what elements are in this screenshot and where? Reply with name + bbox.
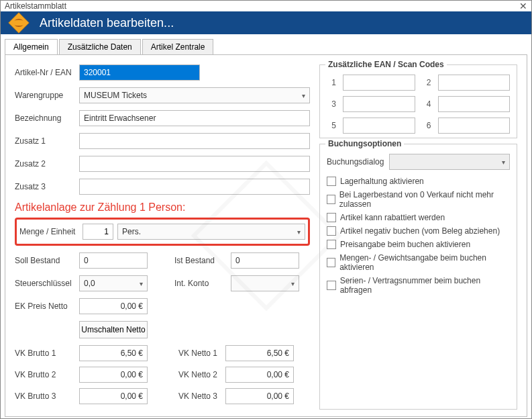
vk-netto1-input[interactable] [225, 345, 294, 361]
banner-title: Artikeldaten bearbeiten... [40, 16, 174, 30]
chk-lagerhaltung[interactable]: Lagerhaltung aktivieren [327, 177, 510, 186]
vk-netto3-label: VK Netto 3 [178, 391, 225, 401]
chevron-down-icon: ▾ [297, 228, 301, 236]
ean-group-title: Zusätzliche EAN / Scan Codes [325, 60, 447, 69]
vk-brutto3-input[interactable] [79, 388, 148, 404]
buchung-title: Buchungsoptionen [325, 139, 404, 148]
close-icon[interactable]: ✕ [519, 1, 527, 11]
checkbox-icon [327, 177, 336, 186]
chk-mengen[interactable]: Mengen- / Gewichtsangabe beim buchen akt… [327, 253, 510, 272]
ean-group: Zusätzliche EAN / Scan Codes 1 2 3 4 5 6 [319, 64, 517, 138]
checkbox-icon [327, 281, 336, 290]
buchungsdialog-label: Buchungsdialog [327, 157, 384, 167]
einheit-combo[interactable]: Pers. ▾ [117, 224, 305, 240]
tab-zusaetzliche[interactable]: Zusätzliche Daten [59, 39, 141, 55]
checkbox-icon [327, 240, 336, 249]
tab-allgemein[interactable]: Allgemein [5, 39, 58, 55]
zusatz2-input[interactable] [79, 156, 310, 172]
tab-strip: Allgemein Zusätzliche Daten Artikel Zent… [1, 34, 531, 54]
vk-netto2-input[interactable] [225, 367, 294, 383]
titlebar: Artikelstammblatt ✕ [1, 1, 531, 11]
ist-input[interactable] [231, 252, 299, 269]
ek-input[interactable] [79, 298, 148, 314]
steuer-combo[interactable]: 0,0 ▾ [79, 275, 148, 291]
vk-netto1-label: VK Netto 1 [178, 348, 225, 358]
bezeichnung-input[interactable] [79, 110, 310, 126]
checkbox-icon [327, 195, 335, 204]
vk-brutto1-label: VK Brutto 1 [15, 348, 79, 358]
bezeichnung-label: Bezeichnung [15, 113, 79, 123]
konto-combo[interactable]: ▾ [231, 275, 299, 291]
warengruppe-combo[interactable]: MUSEUM Tickets ▾ [79, 87, 310, 103]
vk-netto3-input[interactable] [225, 388, 294, 404]
ean-3-input[interactable] [343, 96, 415, 112]
artikel-nr-label: Artikel-Nr / EAN [15, 68, 79, 77]
window-title: Artikelstammblatt [5, 1, 519, 11]
chk-preisangabe[interactable]: Preisangabe beim buchen aktivieren [327, 240, 510, 249]
vk-brutto3-label: VK Brutto 3 [15, 391, 79, 401]
banner: Artikeldaten bearbeiten... [1, 11, 531, 34]
vk-brutto1-input[interactable] [79, 345, 148, 361]
chevron-down-icon: ▾ [140, 280, 143, 287]
chk-rabattiert[interactable]: Artikel kann rabattiert werden [327, 213, 510, 222]
chevron-down-icon: ▾ [291, 280, 295, 287]
left-column: Artikel-Nr / EAN Warengruppe MUSEUM Tick… [15, 64, 310, 410]
chevron-down-icon: ▾ [502, 158, 505, 166]
zusatz1-input[interactable] [79, 133, 310, 149]
right-column: Zusätzliche EAN / Scan Codes 1 2 3 4 5 6 [319, 64, 517, 410]
ean-2-input[interactable] [438, 75, 511, 91]
vk-brutto2-input[interactable] [79, 367, 148, 383]
ean-4-input[interactable] [438, 96, 511, 112]
soll-label: Soll Bestand [15, 256, 79, 265]
buchung-group: Buchungsoptionen Buchungsdialog ▾ Lagerh… [319, 144, 517, 410]
zusatz2-label: Zusatz 2 [15, 159, 79, 169]
annotation-text: Artikelanlage zur Zählung 1 Person: [15, 201, 310, 214]
ean-1-input[interactable] [343, 75, 415, 91]
tab-panel: Artikel-Nr / EAN Warengruppe MUSEUM Tick… [5, 54, 527, 417]
ean-6-input[interactable] [438, 118, 511, 134]
app-logo-icon [7, 11, 30, 34]
tab-zentrale[interactable]: Artikel Zentrale [142, 39, 214, 55]
steuer-label: Steuerschlüssel [15, 279, 79, 288]
menge-einheit-highlight: Menge / Einheit Pers. ▾ [15, 218, 310, 246]
checkbox-icon [327, 258, 335, 267]
checkbox-icon [327, 226, 336, 236]
chk-negativ[interactable]: Artikel negativ buchen (vom Beleg abzieh… [327, 226, 510, 236]
warengruppe-label: Warengruppe [15, 91, 79, 100]
svg-marker-0 [9, 13, 30, 34]
buchungsdialog-combo[interactable]: ▾ [389, 154, 510, 170]
menge-label: Menge / Einheit [19, 227, 78, 236]
ek-label: EK Preis Netto [15, 301, 79, 311]
menge-input[interactable] [83, 224, 113, 240]
app-window: Artikelstammblatt ✕ Artikeldaten bearbei… [0, 0, 532, 419]
chk-lagerbestand0[interactable]: Bei Lagerbestand von 0 Verkauf nicht meh… [327, 190, 510, 209]
artikel-nr-input[interactable] [79, 64, 200, 81]
ean-5-input[interactable] [343, 118, 415, 134]
vk-brutto2-label: VK Brutto 2 [15, 370, 79, 379]
soll-input[interactable] [79, 252, 148, 269]
zusatz3-input[interactable] [79, 179, 310, 195]
chevron-down-icon: ▾ [302, 92, 305, 99]
checkbox-icon [327, 213, 336, 222]
zusatz1-label: Zusatz 1 [15, 136, 79, 146]
zusatz3-label: Zusatz 3 [15, 182, 79, 191]
vk-netto2-label: VK Netto 2 [178, 370, 225, 379]
umschalten-button[interactable]: Umschalten Netto [79, 321, 148, 338]
konto-label: Int. Konto [174, 279, 231, 288]
ist-label: Ist Bestand [174, 256, 231, 265]
chk-serien[interactable]: Serien- / Vertragsnummer beim buchen abf… [327, 276, 510, 295]
